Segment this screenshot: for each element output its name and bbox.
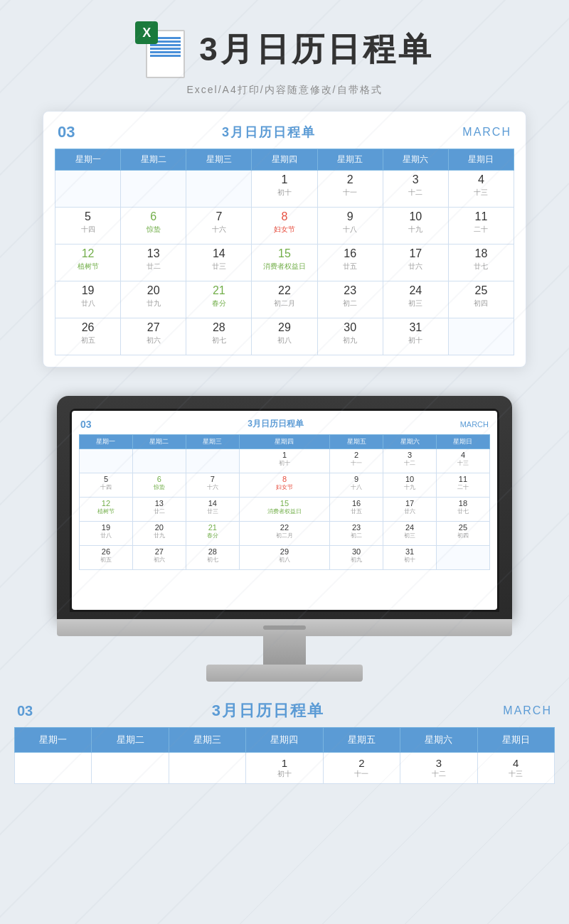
monitor-wrapper: 03 3月日历日程单 MARCH 星期一 星期二 星期三 星期四 星期五: [57, 396, 512, 682]
table-row: 14廿三: [186, 498, 239, 522]
b-weekday-3: 星期三: [169, 728, 245, 753]
table-row: 16廿五: [317, 245, 383, 281]
small-cal-title: 3月日历日程单: [248, 418, 304, 430]
table-row: 13廿二: [132, 498, 186, 522]
s-weekday-4: 星期四: [239, 435, 329, 449]
table-row: 3十二: [400, 753, 477, 784]
table-row: 28初七: [186, 318, 252, 355]
table-row: 25初四: [448, 281, 514, 318]
table-row: 18廿七: [448, 245, 514, 281]
weekday-col-3: 星期三: [186, 149, 252, 171]
table-row: 6惊蛰: [132, 473, 186, 498]
table-row: 19廿八: [55, 281, 121, 318]
table-row: 7十六: [186, 473, 239, 498]
cal-header-top: 03 3月日历日程单 MARCH: [55, 123, 514, 141]
table-row: 17廿六: [383, 245, 448, 281]
table-row: 10十九: [383, 473, 437, 498]
table-row: [169, 753, 245, 784]
cal-title-top: 3月日历日程单: [222, 124, 316, 141]
table-row: 30初九: [317, 318, 383, 355]
monitor-base: [206, 665, 363, 682]
table-row: 15消费者权益日: [252, 245, 317, 281]
table-row: 11二十: [436, 473, 489, 498]
bottom-month-en: MARCH: [503, 704, 552, 717]
table-row: 2十一: [323, 753, 400, 784]
table-row: [55, 171, 121, 208]
table-row: 23初二: [330, 522, 383, 546]
subtitle: Excel/A4打印/内容随意修改/自带格式: [186, 84, 382, 97]
table-row: 2十一: [317, 171, 383, 208]
month-num-top: 03: [58, 123, 75, 141]
table-row: 17廿六: [383, 498, 437, 522]
s-weekday-7: 星期日: [436, 435, 489, 449]
table-row: 20廿九: [132, 522, 186, 546]
small-month-num: 03: [80, 419, 92, 430]
table-row: 31初十: [383, 546, 437, 570]
monitor-neck: [263, 636, 306, 665]
table-row: 29初八: [239, 546, 329, 570]
monitor-screen: 03 3月日历日程单 MARCH 星期一 星期二 星期三 星期四 星期五: [72, 411, 497, 610]
section-top: X 3月日历日程单 Excel/A4打印/内容随意修改/自带格式 03 3月日历…: [0, 0, 569, 382]
table-row: [92, 753, 169, 784]
s-weekday-6: 星期六: [383, 435, 437, 449]
bottom-header: 03 3月日历日程单 MARCH: [14, 700, 555, 721]
calendar-table-bottom: 星期一 星期二 星期三 星期四 星期五 星期六 星期日 1初十2十一3十二4十三: [14, 727, 555, 784]
b-weekday-5: 星期五: [323, 728, 400, 753]
section-monitor: 03 3月日历日程单 MARCH 星期一 星期二 星期三 星期四 星期五: [0, 382, 569, 689]
table-row: 8妇女节: [239, 473, 329, 498]
table-row: [15, 753, 92, 784]
table-row: [121, 171, 186, 208]
calendar-card-top: 03 3月日历日程单 MARCH 星期一 星期二 星期三 星期四 星期五 星期六…: [43, 111, 526, 367]
calendar-table-top: 星期一 星期二 星期三 星期四 星期五 星期六 星期日 1初十2十一3十二4十三…: [55, 149, 514, 355]
table-row: 27初六: [132, 546, 186, 570]
b-weekday-6: 星期六: [400, 728, 477, 753]
b-weekday-2: 星期二: [92, 728, 169, 753]
table-row: 30初九: [330, 546, 383, 570]
weekday-col-7: 星期日: [448, 149, 514, 171]
weekday-col-5: 星期五: [317, 149, 383, 171]
b-weekday-1: 星期一: [15, 728, 92, 753]
table-row: 1初十: [252, 171, 317, 208]
weekday-col-1: 星期一: [55, 149, 121, 171]
table-row: 21春分: [186, 522, 239, 546]
bottom-month-num: 03: [17, 703, 33, 719]
table-row: 14廿三: [186, 245, 252, 281]
table-row: 9十八: [330, 473, 383, 498]
main-title: 3月日历日程单: [199, 28, 434, 72]
monitor-bezel: 03 3月日历日程单 MARCH 星期一 星期二 星期三 星期四 星期五: [70, 409, 499, 612]
table-row: 22初二月: [239, 522, 329, 546]
table-row: 15消费者权益日: [239, 498, 329, 522]
table-row: 11二十: [448, 208, 514, 245]
table-row: 20廿九: [121, 281, 186, 318]
s-weekday-1: 星期一: [80, 435, 133, 449]
table-row: 12植树节: [80, 498, 133, 522]
table-row: 29初八: [252, 318, 317, 355]
monitor-chin: [57, 619, 512, 636]
table-row: [448, 318, 514, 355]
weekday-col-4: 星期四: [252, 149, 317, 171]
section-bottom: 03 3月日历日程单 MARCH 星期一 星期二 星期三 星期四 星期五 星期六…: [0, 689, 569, 784]
table-row: 7十六: [186, 208, 252, 245]
table-row: 26初五: [80, 546, 133, 570]
table-row: 28初七: [186, 546, 239, 570]
table-row: [186, 449, 239, 473]
title-area: X 3月日历日程单: [135, 21, 434, 78]
table-row: [80, 449, 133, 473]
table-row: 1初十: [246, 753, 323, 784]
table-row: 4十三: [477, 753, 554, 784]
table-row: 8妇女节: [252, 208, 317, 245]
table-row: 21春分: [186, 281, 252, 318]
table-row: 22初二月: [252, 281, 317, 318]
table-row: 3十二: [383, 171, 448, 208]
table-row: 5十四: [80, 473, 133, 498]
month-en-top: MARCH: [462, 126, 511, 139]
s-weekday-3: 星期三: [186, 435, 239, 449]
table-row: 18廿七: [436, 498, 489, 522]
b-weekday-4: 星期四: [246, 728, 323, 753]
calendar-table-monitor: 星期一 星期二 星期三 星期四 星期五 星期六 星期日 1初十2十一3十二4十三…: [79, 434, 490, 570]
table-row: 3十二: [383, 449, 437, 473]
table-row: 9十八: [317, 208, 383, 245]
table-row: 23初二: [317, 281, 383, 318]
table-row: 6惊蛰: [121, 208, 186, 245]
weekday-col-2: 星期二: [121, 149, 186, 171]
